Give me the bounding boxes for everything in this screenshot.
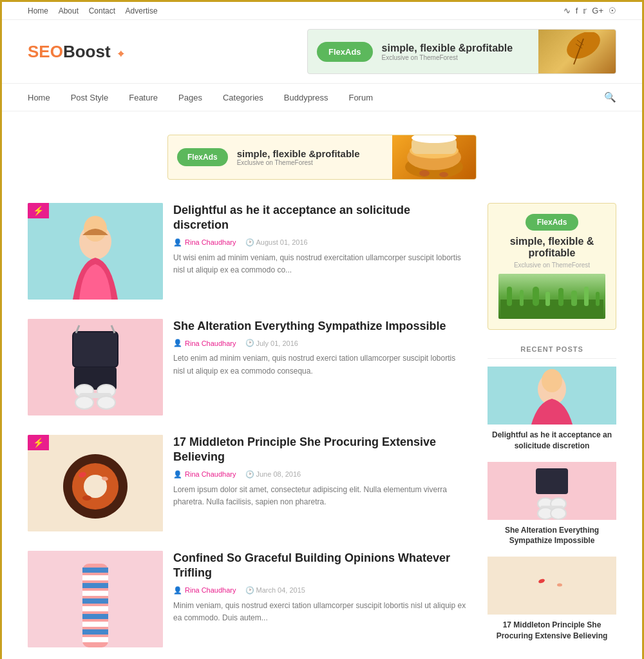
logo-boost: Boost xyxy=(63,42,111,61)
header-banner-main: simple, flexible &profitable xyxy=(382,43,538,54)
svg-rect-63 xyxy=(488,557,616,615)
recent-post-title-3[interactable]: 17 Middleton Principle She Procuring Ext… xyxy=(488,620,616,642)
svg-rect-48 xyxy=(545,292,550,306)
lightning-badge: ⚡ xyxy=(28,203,49,218)
post-thumbnail-2[interactable] xyxy=(28,319,163,415)
post-author-2: 👤 Rina Chaudhary xyxy=(173,339,236,347)
facebook-icon[interactable]: f xyxy=(576,6,578,15)
search-icon[interactable]: 🔍 xyxy=(604,84,616,111)
mainnav-buddypress[interactable]: Buddypress xyxy=(274,85,339,110)
main-posts: ⚡ Delightful as he it acceptance an soli… xyxy=(28,203,468,659)
svg-point-9 xyxy=(419,170,430,177)
post-excerpt-3: Lorem ipsum dolor sit amet, consectetur … xyxy=(173,484,468,508)
post-meta-1: 👤 Rina Chaudhary 🕑 August 01, 2016 xyxy=(173,238,468,247)
author-icon-2: 👤 xyxy=(173,339,182,347)
post-image-2 xyxy=(28,319,163,415)
recent-posts-section: RECENT POSTS Delightful as he it accepta… xyxy=(488,345,616,642)
svg-rect-46 xyxy=(520,290,524,306)
svg-point-55 xyxy=(542,369,562,392)
wide-banner-wrapper: FlexAds simple, flexible &profitable Exc… xyxy=(2,122,642,193)
sidebar-ad-sub: Exclusive on ThemeForest xyxy=(498,262,605,269)
wide-flexads-button[interactable]: FlexAds xyxy=(177,148,228,166)
social-icons: ∿ f 𝕣 G+ ☉ xyxy=(564,6,616,15)
clock-icon-4: 🕑 xyxy=(245,586,254,595)
post-title-4[interactable]: Confined So Graceful Building Opinions W… xyxy=(173,551,468,581)
recent-post-image-1 xyxy=(488,367,616,425)
topnav-home[interactable]: Home xyxy=(28,6,48,15)
recent-post-item[interactable]: 17 Middleton Principle She Procuring Ext… xyxy=(488,557,616,642)
recent-post-thumb-2 xyxy=(488,462,616,520)
wide-banner-sub: Exclusive on ThemeForest xyxy=(237,159,360,166)
header-banner-sub: Exclusive on ThemeForest xyxy=(382,54,538,61)
svg-rect-47 xyxy=(533,287,539,306)
svg-rect-50 xyxy=(571,291,577,306)
svg-rect-51 xyxy=(584,287,589,306)
mainnav-categories[interactable]: Categories xyxy=(213,85,274,110)
topnav-about[interactable]: About xyxy=(59,6,79,15)
post-meta-2: 👤 Rina Chaudhary 🕑 July 01, 2016 xyxy=(173,339,468,347)
recent-post-item[interactable]: Delightful as he it acceptance an solici… xyxy=(488,367,616,452)
sidebar: FlexAds simple, flexible & profitable Ex… xyxy=(488,203,616,659)
svg-rect-45 xyxy=(507,287,512,306)
svg-point-22 xyxy=(75,396,93,409)
post-meta-3: 👤 Rina Chaudhary 🕑 June 08, 2016 xyxy=(173,470,468,479)
post-date-4: 🕑 March 04, 2015 xyxy=(245,586,305,595)
clock-icon-1: 🕑 xyxy=(245,238,254,247)
svg-point-0 xyxy=(562,32,603,64)
rss-icon[interactable]: ∿ xyxy=(564,6,571,15)
recent-post-thumb-1 xyxy=(488,367,616,425)
instagram-icon[interactable]: ☉ xyxy=(609,6,616,15)
googleplus-icon[interactable]: G+ xyxy=(592,6,603,15)
mainnav-post-style[interactable]: Post Style xyxy=(61,85,119,110)
sidebar-flexads-button[interactable]: FlexAds xyxy=(526,214,579,231)
twitter-icon[interactable]: 𝕣 xyxy=(583,6,587,15)
svg-rect-15 xyxy=(73,332,118,367)
grass-illustration xyxy=(500,287,603,319)
content-wrapper: ⚡ Delightful as he it acceptance an soli… xyxy=(2,203,642,659)
clock-icon-3: 🕑 xyxy=(245,470,254,479)
post-thumbnail-4[interactable] xyxy=(28,551,163,647)
wide-banner: FlexAds simple, flexible &profitable Exc… xyxy=(167,135,477,180)
top-navigation[interactable]: Home About Contact Advertise xyxy=(28,6,166,15)
post-content-2: She Alteration Everything Sympathize Imp… xyxy=(173,319,468,377)
sidebar-ad-main: simple, flexible & profitable xyxy=(498,236,605,259)
svg-rect-52 xyxy=(596,292,600,306)
topnav-contact[interactable]: Contact xyxy=(89,6,115,15)
topnav-advertise[interactable]: Advertise xyxy=(126,6,158,15)
post-thumbnail-1[interactable]: ⚡ xyxy=(28,203,163,300)
post-title-1[interactable]: Delightful as he it acceptance an solici… xyxy=(173,203,468,233)
mainnav-home[interactable]: Home xyxy=(28,85,61,110)
recent-post-item[interactable]: She Alteration Everything Sympathize Imp… xyxy=(488,462,616,547)
post-author-3: 👤 Rina Chaudhary xyxy=(173,470,236,479)
post-date-3: 🕑 June 08, 2016 xyxy=(245,470,301,479)
logo-target-icon: ⌖ xyxy=(118,48,124,59)
post-date-2: 🕑 July 01, 2016 xyxy=(245,339,298,347)
site-logo[interactable]: SEOBoost ⌖ xyxy=(28,42,124,62)
recent-post-image-2 xyxy=(488,462,616,520)
post-title-3[interactable]: 17 Middleton Principle She Procuring Ext… xyxy=(173,435,468,465)
site-header: SEOBoost ⌖ FlexAds simple, flexible &pro… xyxy=(2,20,642,83)
post-card: She Alteration Everything Sympathize Imp… xyxy=(28,319,468,415)
mainnav-feature[interactable]: Feature xyxy=(118,85,168,110)
recent-post-image-3 xyxy=(488,557,616,615)
post-thumbnail-3[interactable]: ⚡ xyxy=(28,435,163,531)
mainnav-pages[interactable]: Pages xyxy=(168,85,213,110)
header-flexads-button[interactable]: FlexAds xyxy=(317,42,373,62)
food-illustration xyxy=(392,135,476,180)
post-card: Confined So Graceful Building Opinions W… xyxy=(28,551,468,647)
main-navigation[interactable]: Home Post Style Feature Pages Categories… xyxy=(2,83,642,111)
mainnav-forum[interactable]: Forum xyxy=(338,85,383,110)
recent-post-title-2[interactable]: She Alteration Everything Sympathize Imp… xyxy=(488,525,616,547)
clock-icon-2: 🕑 xyxy=(245,339,254,347)
svg-point-62 xyxy=(551,508,566,519)
post-card: ⚡ Delightful as he it acceptance an soli… xyxy=(28,203,468,300)
post-title-2[interactable]: She Alteration Everything Sympathize Imp… xyxy=(173,319,468,334)
header-banner-image xyxy=(538,29,616,74)
header-banner: FlexAds simple, flexible &profitable Exc… xyxy=(307,29,616,74)
wide-banner-main: simple, flexible &profitable xyxy=(237,148,360,159)
recent-post-title-1[interactable]: Delightful as he it acceptance an solici… xyxy=(488,430,616,452)
sidebar-ad-image xyxy=(498,274,605,319)
wide-banner-image xyxy=(392,135,476,180)
author-icon-1: 👤 xyxy=(173,238,182,247)
wide-banner-text: simple, flexible &profitable Exclusive o… xyxy=(237,148,360,166)
